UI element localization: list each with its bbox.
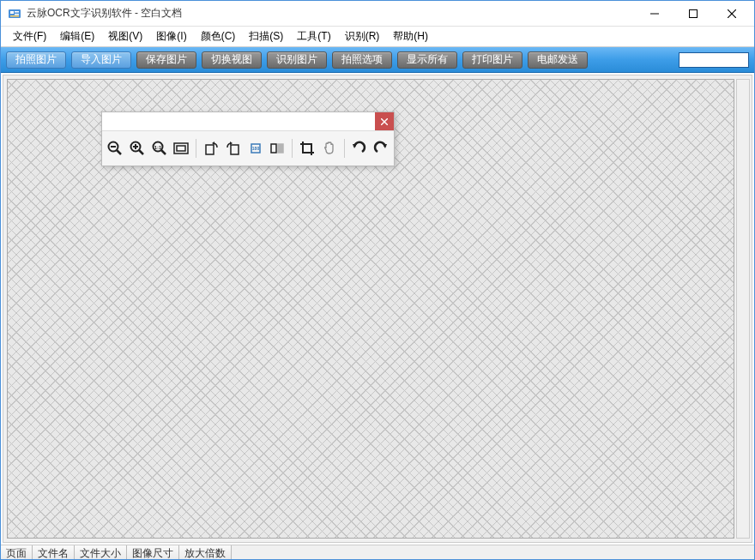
window-controls — [635, 2, 751, 26]
rotate-left-icon[interactable] — [202, 136, 220, 160]
divider — [344, 139, 345, 158]
vertical-scrollbar[interactable] — [736, 79, 750, 539]
status-imagesize: 图像尺寸 — [127, 545, 179, 560]
main-area: 1:1 180 — [3, 75, 752, 543]
svg-marker-32 — [383, 144, 387, 148]
menu-view[interactable]: 视图(V) — [101, 27, 149, 46]
svg-rect-2 — [15, 11, 19, 13]
svg-rect-23 — [206, 145, 214, 154]
print-image-button[interactable]: 打印图片 — [462, 51, 522, 69]
menu-scan[interactable]: 扫描(S) — [242, 27, 290, 46]
menu-color[interactable]: 颜色(C) — [194, 27, 243, 46]
capture-options-button[interactable]: 拍照选项 — [332, 51, 392, 69]
svg-rect-30 — [278, 144, 283, 153]
maximize-button[interactable] — [673, 2, 712, 26]
show-all-button[interactable]: 显示所有 — [397, 51, 457, 69]
divider — [196, 139, 196, 158]
svg-marker-31 — [353, 144, 357, 148]
floating-toolbox-header[interactable] — [102, 112, 394, 131]
status-filesize: 文件大小 — [75, 545, 127, 560]
menu-recognize[interactable]: 识别(R) — [338, 27, 387, 46]
menu-edit[interactable]: 编辑(E) — [53, 27, 101, 46]
email-send-button[interactable]: 电邮发送 — [528, 51, 588, 69]
titlebar: 云脉OCR文字识别软件 - 空白文档 — [1, 1, 754, 27]
svg-rect-3 — [15, 14, 19, 15]
status-filename: 文件名 — [33, 545, 75, 560]
statusbar: 页面 文件名 文件大小 图像尺寸 放大倍数 — [1, 545, 754, 560]
menubar: 文件(F) 编辑(E) 视图(V) 图像(I) 颜色(C) 扫描(S) 工具(T… — [1, 27, 754, 47]
svg-text:180: 180 — [251, 146, 259, 151]
window-title: 云脉OCR文字识别软件 - 空白文档 — [27, 6, 182, 21]
import-image-button[interactable]: 导入图片 — [71, 51, 131, 69]
svg-rect-25 — [231, 145, 239, 154]
menu-image[interactable]: 图像(I) — [149, 27, 193, 46]
toolbar: 拍照图片 导入图片 保存图片 切换视图 识别图片 拍照选项 显示所有 打印图片 … — [1, 47, 754, 73]
capture-image-button[interactable]: 拍照图片 — [6, 51, 66, 69]
floating-toolbox-input[interactable] — [102, 112, 375, 130]
svg-text:1:1: 1:1 — [154, 145, 161, 150]
svg-rect-29 — [271, 144, 276, 153]
minimize-button[interactable] — [635, 2, 673, 26]
svg-rect-6 — [689, 9, 697, 17]
svg-rect-22 — [177, 146, 185, 151]
status-page: 页面 — [1, 545, 33, 560]
menu-file[interactable]: 文件(F) — [6, 27, 53, 46]
zoom-fit-icon[interactable] — [172, 136, 190, 160]
crop-icon[interactable] — [298, 136, 317, 160]
svg-line-12 — [117, 150, 121, 154]
menu-help[interactable]: 帮助(H) — [386, 27, 435, 46]
divider — [292, 139, 293, 158]
toolbar-input[interactable] — [679, 52, 749, 68]
rotate-180-icon[interactable]: 180 — [246, 136, 265, 160]
svg-line-15 — [139, 150, 143, 154]
app-icon — [8, 7, 21, 21]
rotate-right-icon[interactable] — [224, 136, 243, 160]
redo-icon[interactable] — [371, 136, 390, 160]
floating-toolbox[interactable]: 1:1 180 — [101, 111, 395, 166]
save-image-button[interactable]: 保存图片 — [136, 51, 196, 69]
zoom-actual-icon[interactable]: 1:1 — [150, 136, 169, 160]
floating-toolbox-tools: 1:1 180 — [102, 131, 394, 166]
pan-icon[interactable] — [320, 136, 339, 160]
floating-toolbox-close-button[interactable] — [375, 112, 394, 130]
recognize-image-button[interactable]: 识别图片 — [267, 51, 327, 69]
zoom-out-icon[interactable] — [106, 136, 124, 160]
close-button[interactable] — [712, 2, 751, 26]
undo-icon[interactable] — [349, 136, 368, 160]
switch-view-button[interactable]: 切换视图 — [202, 51, 262, 69]
svg-rect-4 — [10, 15, 19, 17]
flip-icon[interactable] — [268, 136, 287, 160]
menu-tools[interactable]: 工具(T) — [290, 27, 337, 46]
svg-line-19 — [161, 150, 166, 154]
zoom-in-icon[interactable] — [128, 136, 147, 160]
status-zoom: 放大倍数 — [179, 545, 232, 560]
svg-rect-1 — [10, 11, 14, 14]
